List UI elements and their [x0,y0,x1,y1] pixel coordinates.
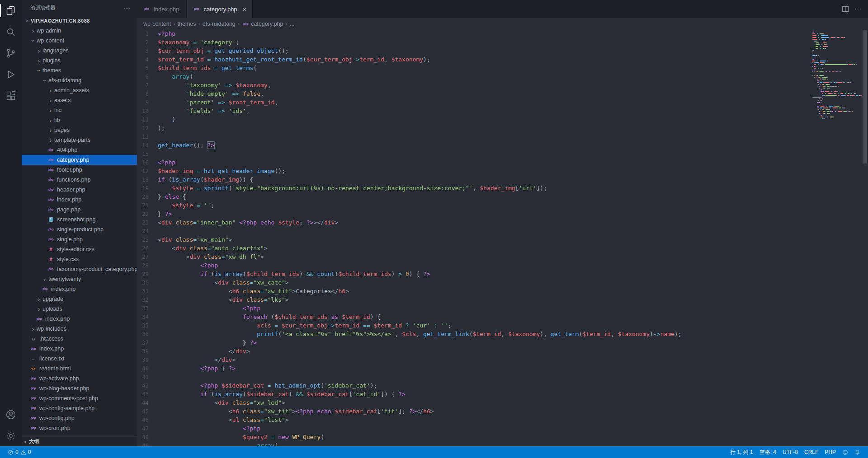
code-line[interactable]: 26 <div class="auto clearfix"> [137,244,811,252]
line-number[interactable]: 30 [137,278,158,287]
code-line[interactable]: 19 $style = sprintf('style="background:u… [137,184,811,192]
code-line[interactable]: 9 'parent' => $root_term_id, [137,98,811,107]
line-number[interactable]: 24 [137,227,158,235]
indentation-setting[interactable]: 空格: 4 [756,446,779,458]
code-line[interactable]: 4$root_term_id = haozhuti_get_root_term_… [137,55,811,64]
line-number[interactable]: 12 [137,124,158,132]
code-line[interactable]: 25<div class="xw_main"> [137,235,811,244]
code-line[interactable]: 23<div class="inner_ban" <?php echo $sty… [137,218,811,227]
line-number[interactable]: 44 [137,398,158,407]
code-line[interactable]: 24 [137,227,811,235]
tree-file-readme.html[interactable]: readme.html [22,364,137,374]
line-number[interactable]: 14 [137,141,158,150]
code-line[interactable]: 18if (is_array($hader_img)) { [137,175,811,184]
code-line[interactable]: 5$child_term_ids = get_terms( [137,64,811,72]
tree-folder-upgrade[interactable]: ›upgrade [22,294,137,304]
code-line[interactable]: 21 $style = ''; [137,201,811,210]
line-number[interactable]: 39 [137,355,158,364]
code-line[interactable]: 31 <h6 class="xw_tit">Categories</h6> [137,287,811,295]
line-number[interactable]: 27 [137,252,158,261]
tree-file-wp-comments-post.php[interactable]: wp-comments-post.php [22,393,137,403]
tree-folder-plugins[interactable]: ›plugins [22,56,137,65]
tree-file-wp-cron.php[interactable]: wp-cron.php [22,423,137,433]
line-number[interactable]: 37 [137,338,158,347]
code-line[interactable]: 47 <?php [137,424,811,433]
line-number[interactable]: 18 [137,175,158,184]
tree-folder-wp-includes[interactable]: ›wp-includes [22,324,137,334]
editor-scrollbar[interactable] [862,29,868,446]
encoding-setting[interactable]: UTF-8 [779,446,801,458]
code-line[interactable]: 28 <?php [137,261,811,270]
tree-folder-template-parts[interactable]: ›template-parts [22,135,137,145]
code-line[interactable]: 32 <div class="lks"> [137,295,811,304]
line-number[interactable]: 41 [137,373,158,381]
tree-file-category.php[interactable]: category.php [22,155,137,165]
line-number[interactable]: 7 [137,81,158,89]
code-line[interactable]: 46 <ul class="list"> [137,416,811,424]
tree-file-style.css[interactable]: style.css [22,254,137,264]
line-number[interactable]: 32 [137,295,158,304]
line-number[interactable]: 10 [137,107,158,115]
code-line[interactable]: 17$hader_img = hzt_get_header_image(); [137,167,811,175]
line-number[interactable]: 31 [137,287,158,295]
tree-folder-VIP.HAOZHUTI.CN.8088[interactable]: ›VIP.HAOZHUTI.CN.8088 [22,16,137,26]
code-line[interactable]: 42 <?php $sidebar_cat = hzt_admin_opt('s… [137,381,811,390]
tree-folder-uploads[interactable]: ›uploads [22,304,137,314]
line-number[interactable]: 26 [137,244,158,252]
code-line[interactable]: 10 'fields' => 'ids', [137,107,811,115]
line-number[interactable]: 23 [137,218,158,227]
close-tab-icon[interactable]: × [243,6,247,13]
code-line[interactable]: 12); [137,124,811,132]
editor-more-actions-icon[interactable]: ⋯ [854,5,862,13]
line-number[interactable]: 1 [137,29,158,38]
tree-folder-admin_assets[interactable]: ›admin_assets [22,85,137,95]
tree-file-index.php[interactable]: index.php [22,344,137,354]
line-number[interactable]: 35 [137,321,158,330]
code-line[interactable]: 14get_header(); ?> [137,141,811,150]
line-number[interactable]: 19 [137,184,158,192]
tree-file-screenshot.png[interactable]: screenshot.png [22,215,137,224]
line-number[interactable]: 9 [137,98,158,107]
tree-file-.htaccess[interactable]: .htaccess [22,334,137,344]
code-line[interactable]: 38 </div> [137,347,811,355]
code-line[interactable]: 41 [137,373,811,381]
explorer-more-actions-icon[interactable]: ⋯ [123,4,131,12]
line-number[interactable]: 6 [137,72,158,81]
line-number[interactable]: 43 [137,390,158,398]
tree-file-wp-config.php[interactable]: wp-config.php [22,413,137,423]
language-mode[interactable]: PHP [821,446,839,458]
breadcrumb-item[interactable]: themes [178,21,196,27]
line-number[interactable]: 28 [137,261,158,270]
activity-account-icon[interactable] [0,404,22,425]
code-line[interactable]: 11 ) [137,115,811,124]
line-number[interactable]: 20 [137,192,158,201]
tree-file-header.php[interactable]: header.php [22,185,137,195]
line-number[interactable]: 16 [137,158,158,167]
tab-category.php[interactable]: category.php× [187,0,253,18]
notifications-bell-icon[interactable] [851,446,863,458]
line-number[interactable]: 25 [137,235,158,244]
tree-file-wp-activate.php[interactable]: wp-activate.php [22,374,137,383]
activity-settings-icon[interactable] [0,425,22,446]
code-line[interactable]: 43 if (is_array($sidebar_cat) && $sideba… [137,390,811,398]
activity-extensions-icon[interactable] [0,85,22,106]
feedback-smiley-icon[interactable] [839,446,851,458]
outline-section[interactable]: › 大纲 [22,436,137,446]
code-line[interactable]: 20} else { [137,192,811,201]
tree-folder-pages[interactable]: ›pages [22,125,137,135]
line-number[interactable]: 34 [137,313,158,321]
tree-file-taxonomy-product_category.php[interactable]: taxonomy-product_category.php [22,264,137,274]
tree-folder-assets[interactable]: ›assets [22,95,137,105]
tree-file-functions.php[interactable]: functions.php [22,175,137,185]
line-number[interactable]: 47 [137,424,158,433]
tree-file-single.php[interactable]: single.php [22,234,137,244]
code-line[interactable]: 2$taxonomy = 'category'; [137,38,811,47]
code-line[interactable]: 48 $query2 = new WP_Query( [137,433,811,441]
code-line[interactable]: 29 if (is_array($child_term_ids) && coun… [137,270,811,278]
breadcrumb-item[interactable]: wp-content [143,21,171,27]
breadcrumb-item[interactable]: efs-ruidatong [203,21,236,27]
line-number[interactable]: 49 [137,441,158,446]
line-number[interactable]: 22 [137,210,158,218]
code-line[interactable]: 45 <h6 class="xw_tit"><?php echo $sideba… [137,407,811,416]
code-line[interactable]: 22} ?> [137,210,811,218]
